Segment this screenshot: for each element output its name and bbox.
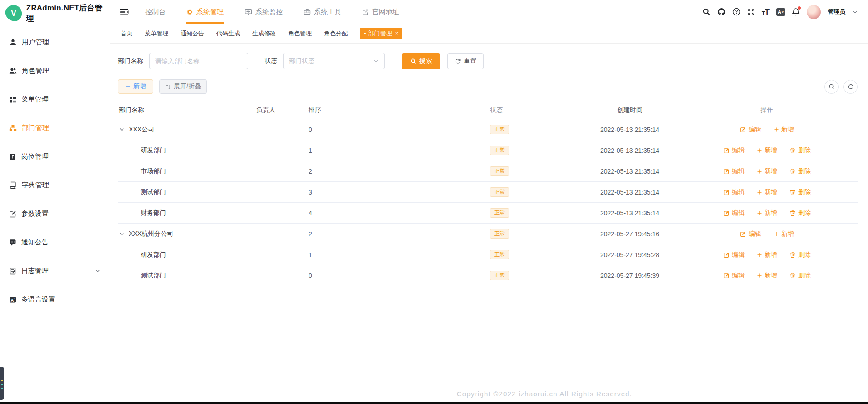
table-row: 测试部门3正常2022-05-13 21:35:14编辑新增删除 (118, 182, 858, 203)
top-menu-item-system-tools[interactable]: 系统工具 (304, 0, 341, 24)
status-select[interactable]: 部门状态 (283, 53, 385, 69)
tab-gen-edit[interactable]: 生成修改 (252, 29, 276, 38)
sidebar-item-languages[interactable]: Ax多语言设置 (0, 285, 110, 314)
sidebar-item-dicts[interactable]: 字典管理 (0, 171, 110, 200)
avatar[interactable] (807, 5, 821, 19)
edit-button-label: 编辑 (732, 272, 745, 280)
cell-dept-name: 测试部门 (118, 188, 255, 196)
cell-dept-name: 研发部门 (118, 146, 255, 155)
dept-name-input[interactable] (149, 53, 248, 69)
cell-dept-name: XXX公司 (118, 126, 255, 134)
sidebar-item-logs[interactable]: 日志管理 (0, 257, 110, 285)
github-icon[interactable] (717, 8, 726, 16)
expand-collapse-label: 展开/折叠 (174, 83, 201, 91)
sidebar-collapse-icon[interactable] (120, 8, 129, 16)
top-menu-item-label: 系统管理 (196, 8, 224, 16)
tab-codegen[interactable]: 代码生成 (216, 29, 240, 38)
cell-created-time: 2022-05-13 21:35:14 (582, 126, 677, 133)
delete-button[interactable]: 删除 (790, 188, 811, 196)
edit-button-label: 编辑 (732, 146, 745, 155)
log-icon (9, 268, 16, 275)
top-menu-item-website[interactable]: 官网地址 (362, 0, 399, 24)
edit-button[interactable]: 编辑 (723, 209, 745, 217)
menu-tree-icon (9, 96, 16, 103)
delete-button[interactable]: 删除 (790, 146, 811, 155)
search-icon (410, 58, 417, 64)
tab-role-assign[interactable]: 角色分配 (324, 29, 348, 38)
top-menu-item-label: 系统监控 (255, 8, 283, 16)
plus-icon (125, 84, 131, 89)
row-add-button[interactable]: 新增 (757, 251, 777, 259)
edit-button[interactable]: 编辑 (740, 230, 761, 238)
delete-button[interactable]: 删除 (790, 167, 811, 175)
sidebar-item-label: 角色管理 (22, 67, 49, 75)
language-switch-icon[interactable]: Ax (776, 8, 785, 16)
app-logo[interactable]: V ZRAdmin.NET后台管理 (0, 0, 110, 26)
chevron-down-icon (373, 58, 379, 64)
top-menu-item-system-admin[interactable]: 系统管理 (186, 0, 224, 24)
delete-button[interactable]: 删除 (790, 251, 811, 259)
tab-label: 菜单管理 (145, 29, 168, 38)
trash-icon (790, 252, 796, 258)
sidebar-item-params[interactable]: 参数设置 (0, 200, 110, 228)
row-add-button[interactable]: 新增 (757, 146, 777, 155)
cell-created-time: 2022-05-27 19:45:39 (582, 272, 677, 279)
top-menu-item-system-monitor[interactable]: 系统监控 (245, 0, 283, 24)
top-menu-item-console[interactable]: 控制台 (145, 0, 166, 24)
bell-icon[interactable] (792, 8, 800, 16)
sidebar-item-users[interactable]: 用户管理 (0, 28, 110, 57)
dept-name-text: 财务部门 (141, 209, 166, 217)
tab-menu[interactable]: 菜单管理 (145, 29, 168, 38)
tab-dept[interactable]: ●部门管理× (360, 28, 402, 39)
sidebar-item-roles[interactable]: 角色管理 (0, 57, 110, 85)
reset-button[interactable]: 重置 (447, 53, 484, 69)
row-expand-toggle-icon[interactable] (119, 231, 125, 237)
sidebar-item-posts[interactable]: 岗位管理 (0, 142, 110, 171)
tab-home[interactable]: 首页 (121, 29, 132, 38)
fullscreen-icon[interactable] (747, 8, 755, 16)
edit-button[interactable]: 编辑 (723, 272, 745, 280)
tab-close-icon[interactable]: × (395, 30, 399, 37)
font-size-icon[interactable]: TT (762, 8, 770, 16)
row-add-button[interactable]: 新增 (757, 188, 777, 196)
row-add-button-label: 新增 (765, 251, 777, 259)
status-badge: 正常 (490, 208, 509, 218)
status-badge: 正常 (490, 271, 509, 281)
row-add-button[interactable]: 新增 (757, 272, 777, 280)
chevron-down-icon[interactable] (852, 9, 858, 15)
row-add-button[interactable]: 新增 (774, 230, 794, 238)
help-icon[interactable] (732, 8, 740, 16)
sidebar-item-depts[interactable]: 部门管理 (0, 114, 110, 142)
sidebar-item-menus[interactable]: 菜单管理 (0, 85, 110, 114)
add-button[interactable]: 新增 (118, 79, 153, 94)
sidebar-item-label: 菜单管理 (21, 95, 49, 104)
table-row: 市场部门2正常2022-05-13 21:35:14编辑新增删除 (118, 161, 858, 182)
row-add-button[interactable]: 新增 (757, 209, 777, 217)
table-row: 研发部门1正常2022-05-27 19:45:28编辑新增删除 (118, 244, 858, 265)
plus-icon (757, 190, 762, 195)
search-button[interactable]: 搜索 (402, 53, 440, 69)
search-button-label: 搜索 (419, 57, 432, 65)
cell-created-time: 2022-05-27 19:45:28 (582, 251, 677, 258)
show-search-button[interactable] (824, 80, 839, 94)
expand-collapse-button[interactable]: 展开/折叠 (159, 79, 207, 94)
search-icon[interactable] (702, 8, 711, 16)
edit-button[interactable]: 编辑 (723, 251, 745, 259)
plus-icon (757, 210, 762, 216)
row-add-button-label: 新增 (765, 146, 777, 155)
edit-button[interactable]: 编辑 (723, 167, 745, 175)
tab-role[interactable]: 角色管理 (288, 29, 312, 38)
row-add-button[interactable]: 新增 (757, 167, 777, 175)
edit-button[interactable]: 编辑 (723, 188, 745, 196)
row-expand-toggle-icon[interactable] (119, 127, 125, 132)
row-add-button[interactable]: 新增 (774, 126, 794, 134)
tab-notice[interactable]: 通知公告 (181, 29, 204, 38)
delete-button[interactable]: 删除 (790, 209, 811, 217)
edit-button[interactable]: 编辑 (740, 126, 761, 134)
cell-status: 正常 (489, 187, 582, 197)
refresh-table-button[interactable] (843, 80, 858, 94)
message-icon (9, 239, 16, 246)
delete-button[interactable]: 删除 (790, 272, 811, 280)
sidebar-item-notices[interactable]: 通知公告 (0, 228, 110, 257)
edit-button[interactable]: 编辑 (723, 146, 745, 155)
